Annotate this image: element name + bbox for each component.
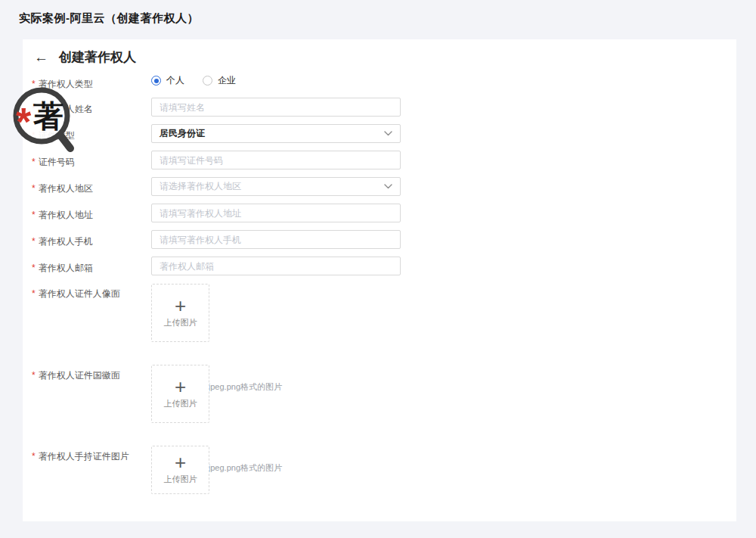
- label-text: 著作权人手机: [39, 236, 93, 247]
- id-back-upload-button[interactable]: + 上传图片: [151, 365, 209, 423]
- required-marker: *: [32, 236, 36, 247]
- required-marker: *: [32, 79, 36, 89]
- upload-button-label: 上传图片: [164, 317, 197, 328]
- required-marker: *: [32, 183, 36, 194]
- page-root: { "page": { "title": "实际案例-阿里云（创建著作权人）" …: [0, 0, 756, 538]
- label-id-holding: *著作权人手持证件图片: [32, 450, 129, 463]
- required-marker: *: [32, 370, 36, 381]
- label-phone: *著作权人手机: [32, 235, 93, 248]
- required-marker: *: [32, 451, 36, 462]
- radio-option-enterprise[interactable]: 企业: [203, 74, 236, 87]
- label-text: 著作权人证件国徽面: [39, 370, 120, 381]
- chevron-down-icon: [384, 184, 392, 189]
- label-owner-type: *著作权人类型: [32, 78, 93, 91]
- required-marker: *: [32, 130, 36, 141]
- label-text: 著作权人手持证件图片: [39, 451, 129, 462]
- radio-unselected-icon[interactable]: [203, 76, 212, 86]
- plus-icon: +: [175, 455, 186, 470]
- label-text: 著作权人邮箱: [39, 263, 93, 273]
- label-owner-name: *著作权人姓名: [32, 103, 93, 116]
- radio-label-enterprise: 企业: [218, 74, 236, 87]
- label-text: 证件号码: [39, 157, 75, 167]
- email-input[interactable]: [151, 257, 401, 275]
- label-text: 著作权人地址: [39, 210, 93, 220]
- radio-label-individual: 个人: [166, 74, 184, 87]
- cert-type-selected-value: 居民身份证: [160, 127, 384, 140]
- id-front-upload-button[interactable]: + 上传图片: [151, 284, 209, 342]
- cert-type-select[interactable]: 居民身份证: [151, 124, 401, 143]
- page-title: 实际案例-阿里云（创建著作权人）: [19, 11, 199, 26]
- region-select-placeholder: 请选择著作权人地区: [160, 180, 384, 193]
- owner-type-radio-group: 个人 企业: [151, 74, 236, 87]
- required-marker: *: [32, 157, 36, 167]
- label-id-front: *著作权人证件人像面: [32, 288, 120, 300]
- radio-option-individual[interactable]: 个人: [151, 74, 184, 87]
- required-marker: *: [32, 104, 36, 114]
- label-address: *著作权人地址: [32, 209, 93, 222]
- label-id-back: *著作权人证件国徽面: [32, 369, 120, 382]
- card-title: 创建著作权人: [59, 48, 136, 66]
- label-cert-type: *证件类型: [32, 129, 75, 142]
- label-text: 著作权人类型: [39, 79, 93, 89]
- owner-name-input[interactable]: [151, 98, 401, 117]
- required-marker: *: [32, 288, 36, 299]
- label-cert-number: *证件号码: [32, 156, 75, 169]
- form-card: ← 创建著作权人 *著作权人类型 个人 企业 *著作权人姓名 *证件类型 居民身…: [23, 39, 736, 521]
- card-header: ← 创建著作权人: [34, 48, 136, 66]
- region-select[interactable]: 请选择著作权人地区: [151, 177, 401, 196]
- label-email: *著作权人邮箱: [32, 262, 93, 275]
- back-arrow-icon[interactable]: ←: [34, 50, 48, 64]
- phone-input[interactable]: [151, 230, 401, 249]
- plus-icon: +: [175, 379, 186, 394]
- plus-icon: +: [175, 298, 186, 313]
- chevron-down-icon: [384, 131, 392, 136]
- required-marker: *: [32, 263, 36, 273]
- label-text: 著作权人证件人像面: [39, 288, 120, 299]
- required-marker: *: [32, 210, 36, 220]
- upload-button-label: 上传图片: [164, 398, 197, 409]
- label-region: *著作权人地区: [32, 182, 93, 195]
- id-holding-upload-button[interactable]: + 上传图片: [151, 446, 209, 494]
- label-text: 证件类型: [39, 130, 75, 141]
- radio-selected-icon[interactable]: [151, 76, 161, 86]
- address-input[interactable]: [151, 204, 401, 222]
- label-text: 著作权人地区: [39, 183, 93, 194]
- cert-number-input[interactable]: [151, 151, 401, 169]
- upload-button-label: 上传图片: [164, 474, 197, 485]
- label-text: 著作权人姓名: [39, 104, 93, 114]
